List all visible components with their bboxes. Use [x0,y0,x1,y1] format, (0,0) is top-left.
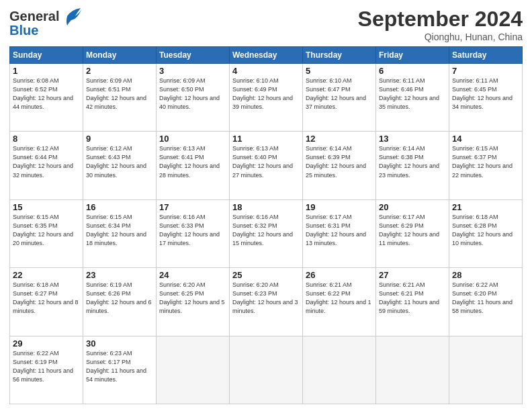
day-number: 21 [452,202,519,212]
day-number: 24 [159,270,226,280]
day-cell-5: 5Sunrise: 6:10 AMSunset: 6:47 PMDaylight… [303,64,376,132]
day-cell-25: 25Sunrise: 6:20 AMSunset: 6:23 PMDayligh… [230,268,303,336]
day-cell-28: 28Sunrise: 6:22 AMSunset: 6:20 PMDayligh… [449,268,523,336]
day-number: 13 [379,134,446,144]
day-cell-11: 11Sunrise: 6:13 AMSunset: 6:40 PMDayligh… [230,132,303,199]
page: General Blue September 2024 Qionghu, Hun… [0,0,532,411]
day-info: Sunrise: 6:21 AMSunset: 6:22 PMDaylight:… [306,281,373,316]
day-cell-16: 16Sunrise: 6:15 AMSunset: 6:34 PMDayligh… [83,199,157,267]
day-info: Sunrise: 6:22 AMSunset: 6:20 PMDaylight:… [452,281,519,316]
day-number: 12 [306,134,373,144]
day-cell-27: 27Sunrise: 6:21 AMSunset: 6:21 PMDayligh… [376,268,449,336]
day-cell-6: 6Sunrise: 6:11 AMSunset: 6:46 PMDaylight… [376,64,449,132]
day-header-saturday: Saturday [449,47,523,64]
logo: General Blue [9,7,82,38]
day-number: 3 [159,66,226,76]
day-cell-4: 4Sunrise: 6:10 AMSunset: 6:49 PMDaylight… [230,64,303,132]
day-number: 7 [452,66,519,76]
calendar-week-1: 1Sunrise: 6:08 AMSunset: 6:52 PMDaylight… [10,64,523,132]
day-info: Sunrise: 6:12 AMSunset: 6:44 PMDaylight:… [13,144,80,179]
day-header-tuesday: Tuesday [157,47,230,64]
day-info: Sunrise: 6:14 AMSunset: 6:39 PMDaylight:… [306,144,373,179]
day-number: 14 [452,134,519,144]
day-info: Sunrise: 6:15 AMSunset: 6:35 PMDaylight:… [13,213,80,248]
day-info: Sunrise: 6:11 AMSunset: 6:45 PMDaylight:… [452,77,519,111]
month-title: September 2024 [358,7,523,32]
day-header-friday: Friday [376,47,449,64]
day-cell-7: 7Sunrise: 6:11 AMSunset: 6:45 PMDaylight… [449,64,523,132]
day-cell-20: 20Sunrise: 6:17 AMSunset: 6:29 PMDayligh… [376,199,449,267]
day-number: 10 [159,134,226,144]
location: Qionghu, Hunan, China [358,32,523,42]
day-number: 1 [13,66,80,76]
calendar-table: SundayMondayTuesdayWednesdayThursdayFrid… [9,46,523,404]
day-info: Sunrise: 6:15 AMSunset: 6:34 PMDaylight:… [86,213,153,248]
day-cell-2: 2Sunrise: 6:09 AMSunset: 6:51 PMDaylight… [83,64,157,132]
day-number: 2 [86,66,153,76]
day-cell-13: 13Sunrise: 6:14 AMSunset: 6:38 PMDayligh… [376,132,449,199]
calendar-header: SundayMondayTuesdayWednesdayThursdayFrid… [10,47,523,64]
day-cell-26: 26Sunrise: 6:21 AMSunset: 6:22 PMDayligh… [303,268,376,336]
day-info: Sunrise: 6:13 AMSunset: 6:40 PMDaylight:… [232,144,300,179]
day-info: Sunrise: 6:21 AMSunset: 6:21 PMDaylight:… [379,281,446,316]
day-info: Sunrise: 6:17 AMSunset: 6:29 PMDaylight:… [379,213,446,248]
day-number: 19 [306,202,373,212]
day-number: 23 [86,270,153,280]
day-number: 17 [159,202,226,212]
day-number: 28 [452,270,519,280]
day-cell-1: 1Sunrise: 6:08 AMSunset: 6:52 PMDaylight… [10,64,83,132]
day-cell-3: 3Sunrise: 6:09 AMSunset: 6:50 PMDaylight… [157,64,230,132]
day-cell-23: 23Sunrise: 6:19 AMSunset: 6:26 PMDayligh… [83,268,157,336]
day-info: Sunrise: 6:08 AMSunset: 6:52 PMDaylight:… [13,77,80,111]
day-info: Sunrise: 6:11 AMSunset: 6:46 PMDaylight:… [379,77,446,111]
day-info: Sunrise: 6:20 AMSunset: 6:25 PMDaylight:… [159,281,226,316]
header: General Blue September 2024 Qionghu, Hun… [9,7,523,42]
day-cell-10: 10Sunrise: 6:13 AMSunset: 6:41 PMDayligh… [157,132,230,199]
day-info: Sunrise: 6:18 AMSunset: 6:27 PMDaylight:… [13,281,80,316]
calendar-week-5: 29Sunrise: 6:22 AMSunset: 6:19 PMDayligh… [10,336,523,404]
day-cell-17: 17Sunrise: 6:16 AMSunset: 6:33 PMDayligh… [157,199,230,267]
empty-cell [376,336,449,404]
day-cell-18: 18Sunrise: 6:16 AMSunset: 6:32 PMDayligh… [230,199,303,267]
day-header-wednesday: Wednesday [230,47,303,64]
day-cell-8: 8Sunrise: 6:12 AMSunset: 6:44 PMDaylight… [10,132,83,199]
day-number: 29 [13,338,80,349]
day-number: 15 [13,202,80,212]
day-info: Sunrise: 6:17 AMSunset: 6:31 PMDaylight:… [306,213,373,248]
day-number: 6 [379,66,446,76]
calendar-week-3: 15Sunrise: 6:15 AMSunset: 6:35 PMDayligh… [10,199,523,267]
day-info: Sunrise: 6:10 AMSunset: 6:47 PMDaylight:… [306,77,373,111]
day-info: Sunrise: 6:12 AMSunset: 6:43 PMDaylight:… [86,144,153,179]
day-info: Sunrise: 6:09 AMSunset: 6:51 PMDaylight:… [86,77,153,111]
day-cell-22: 22Sunrise: 6:18 AMSunset: 6:27 PMDayligh… [10,268,83,336]
day-info: Sunrise: 6:13 AMSunset: 6:41 PMDaylight:… [159,144,226,179]
day-info: Sunrise: 6:19 AMSunset: 6:26 PMDaylight:… [86,281,153,316]
day-info: Sunrise: 6:10 AMSunset: 6:49 PMDaylight:… [232,77,300,111]
day-number: 8 [13,134,80,144]
day-cell-9: 9Sunrise: 6:12 AMSunset: 6:43 PMDaylight… [83,132,157,199]
day-info: Sunrise: 6:15 AMSunset: 6:37 PMDaylight:… [452,144,519,179]
day-number: 18 [232,202,300,212]
day-info: Sunrise: 6:18 AMSunset: 6:28 PMDaylight:… [452,213,519,248]
day-cell-14: 14Sunrise: 6:15 AMSunset: 6:37 PMDayligh… [449,132,523,199]
day-cell-24: 24Sunrise: 6:20 AMSunset: 6:25 PMDayligh… [157,268,230,336]
day-header-monday: Monday [83,47,157,64]
day-number: 9 [86,134,153,144]
day-cell-21: 21Sunrise: 6:18 AMSunset: 6:28 PMDayligh… [449,199,523,267]
empty-cell [449,336,523,404]
empty-cell [303,336,376,404]
calendar-week-2: 8Sunrise: 6:12 AMSunset: 6:44 PMDaylight… [10,132,523,199]
calendar-week-4: 22Sunrise: 6:18 AMSunset: 6:27 PMDayligh… [10,268,523,336]
day-number: 5 [306,66,373,76]
day-info: Sunrise: 6:22 AMSunset: 6:19 PMDaylight:… [13,349,80,384]
day-number: 26 [306,270,373,280]
title-area: September 2024 Qionghu, Hunan, China [358,7,523,42]
day-info: Sunrise: 6:09 AMSunset: 6:50 PMDaylight:… [159,77,226,111]
day-number: 16 [86,202,153,212]
empty-cell [230,336,303,404]
day-info: Sunrise: 6:20 AMSunset: 6:23 PMDaylight:… [232,281,300,316]
day-info: Sunrise: 6:16 AMSunset: 6:33 PMDaylight:… [159,213,226,248]
day-cell-15: 15Sunrise: 6:15 AMSunset: 6:35 PMDayligh… [10,199,83,267]
day-info: Sunrise: 6:16 AMSunset: 6:32 PMDaylight:… [232,213,300,248]
logo-blue: Blue [9,23,38,38]
